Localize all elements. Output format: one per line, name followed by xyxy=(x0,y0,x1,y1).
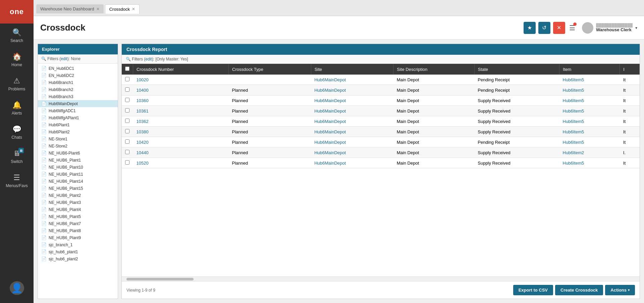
site-link[interactable]: Hub6MainDepot xyxy=(314,150,346,155)
sidebar-item-chats[interactable]: 💬 Chats xyxy=(0,120,34,144)
tree-item[interactable]: 📄Hub6Plant1 xyxy=(38,121,118,128)
tree-item[interactable]: 📄NE_HUB6_Plant7 xyxy=(38,220,118,227)
site-link[interactable]: Hub6MainDepot xyxy=(314,119,346,124)
tree-item[interactable]: 📄sjc_hub6_plant1 xyxy=(38,248,118,255)
crossdock-number-link[interactable]: 10020 xyxy=(137,77,149,82)
tree-item[interactable]: 📄EN_Hub6DC1 xyxy=(38,65,118,72)
tree-item[interactable]: 📄NE-Store2 xyxy=(38,142,118,149)
site-link[interactable]: Hub6MainDepot xyxy=(314,140,346,145)
sidebar-item-home[interactable]: 🏠 Home xyxy=(0,48,34,72)
row-checkbox[interactable] xyxy=(125,98,129,102)
tree-item[interactable]: 📄Hub6Branch3 xyxy=(38,93,118,100)
site-link[interactable]: Hub6MainDepot xyxy=(314,109,346,114)
tree-item[interactable]: 📄NE_HUB6_Plant10 xyxy=(38,164,118,171)
tree-item[interactable]: 📄Hub6Plant2 xyxy=(38,128,118,135)
tree-item[interactable]: 📄NE_HUB6_Plant14 xyxy=(38,178,118,185)
row-checkbox[interactable] xyxy=(125,77,129,81)
tab-crossdock[interactable]: Crossdock ✕ xyxy=(105,4,140,14)
header-menu-button[interactable]: ☰ xyxy=(568,23,577,33)
site-link[interactable]: Hub6MainDepot xyxy=(314,129,346,134)
site-link[interactable]: Hub6MainDepot xyxy=(314,77,346,82)
sidebar-item-profile[interactable]: 👤 xyxy=(0,276,34,300)
site-link[interactable]: Hub6MainDepot xyxy=(314,88,346,93)
crossdock-number-link[interactable]: 10380 xyxy=(137,129,149,134)
table-row[interactable]: 10520 Planned Hub6MainDepot Main Depot S… xyxy=(122,158,640,168)
item-link[interactable]: Hub6Item5 xyxy=(563,161,584,166)
tree-item[interactable]: 📄NE-Store1 xyxy=(38,135,118,142)
actions-button[interactable]: Actions ▾ xyxy=(605,285,635,295)
row-checkbox[interactable] xyxy=(125,119,129,123)
tree-item-selected[interactable]: 📄Hub6MainDepot xyxy=(38,100,118,107)
item-link[interactable]: Hub6Item5 xyxy=(563,129,584,134)
tree-item[interactable]: 📄NE_HUB6_Plant8 xyxy=(38,227,118,234)
tree-item[interactable]: 📄Hub6Branch1 xyxy=(38,79,118,86)
table-row[interactable]: 10361 Planned Hub6MainDepot Main Depot S… xyxy=(122,106,640,116)
sidebar-item-switch[interactable]: 🖥 ▦ Switch xyxy=(0,144,34,169)
site-link[interactable]: Hub6MainDepot xyxy=(314,161,346,166)
row-checkbox[interactable] xyxy=(125,139,129,144)
tree-item[interactable]: 📄NE_HUB6_Plant4 xyxy=(38,206,118,213)
app-logo[interactable]: one xyxy=(0,0,34,24)
crossdock-number-link[interactable]: 10400 xyxy=(137,88,149,93)
item-link[interactable]: Hub6Item5 xyxy=(563,119,584,124)
close-button[interactable]: ✕ xyxy=(553,22,565,34)
crossdock-number-link[interactable]: 10440 xyxy=(137,150,149,155)
table-row[interactable]: 10420 Planned Hub6MainDepot Main Depot P… xyxy=(122,137,640,147)
report-filters-edit-link[interactable]: edit xyxy=(145,57,152,61)
item-link[interactable]: Hub6Item5 xyxy=(563,88,584,93)
row-checkbox[interactable] xyxy=(125,87,129,92)
table-row[interactable]: 10360 Planned Hub6MainDepot Main Depot S… xyxy=(122,95,640,106)
sidebar-item-search[interactable]: 🔍 Search xyxy=(0,24,34,48)
tab-dashboard-close[interactable]: ✕ xyxy=(96,7,100,11)
crossdock-number-link[interactable]: 10362 xyxy=(137,119,149,124)
crossdock-number-link[interactable]: 10420 xyxy=(137,140,149,145)
row-checkbox[interactable] xyxy=(125,129,129,133)
favorite-button[interactable]: ★ xyxy=(524,22,536,34)
table-row[interactable]: 10400 Planned Hub6MainDepot Main Depot P… xyxy=(122,85,640,95)
horizontal-scroll[interactable] xyxy=(122,276,640,281)
item-link[interactable]: Hub6Item5 xyxy=(563,109,584,114)
sidebar-item-problems[interactable]: ⚠ Problems xyxy=(0,72,34,96)
tree-item[interactable]: 📄NE_HUB6_Plant1 xyxy=(38,157,118,164)
tree-item[interactable]: 📄NE_HUB6-Plant6 xyxy=(38,149,118,157)
table-row[interactable]: 10440 Planned Hub6MainDepot Main Depot S… xyxy=(122,147,640,158)
tree-item[interactable]: 📄NE_HUB6_Plant5 xyxy=(38,213,118,220)
crossdock-number-link[interactable]: 10361 xyxy=(137,109,149,114)
table-row[interactable]: 10020 Hub6MainDepot Main Depot Pending R… xyxy=(122,75,640,85)
table-row[interactable]: 10362 Planned Hub6MainDepot Main Depot S… xyxy=(122,116,640,127)
user-dropdown-arrow[interactable]: ▾ xyxy=(635,26,637,30)
crossdock-number-link[interactable]: 10360 xyxy=(137,98,149,103)
sidebar-item-alerts[interactable]: 🔔 Alerts xyxy=(0,96,34,120)
table-row[interactable]: 10380 Planned Hub6MainDepot Main Depot S… xyxy=(122,127,640,137)
create-crossdock-button[interactable]: Create Crossdock xyxy=(555,285,603,295)
refresh-button[interactable]: ↺ xyxy=(538,22,550,34)
tree-item[interactable]: 📄NE_HUB6_Plant3 xyxy=(38,199,118,206)
tree-item[interactable]: 📄sjc_hub6_plant2 xyxy=(38,255,118,262)
site-link[interactable]: Hub6MainDepot xyxy=(314,98,346,103)
row-checkbox[interactable] xyxy=(125,150,129,154)
tab-crossdock-close[interactable]: ✕ xyxy=(132,7,135,11)
item-link[interactable]: Hub6Item5 xyxy=(563,77,584,82)
tree-item[interactable]: 📄sjc_branch_1 xyxy=(38,241,118,248)
tab-dashboard[interactable]: Warehouse Neo Dashboard ✕ xyxy=(36,4,104,13)
tree-item[interactable]: 📄Hub6MfgADC1 xyxy=(38,107,118,114)
tree-item[interactable]: 📄NE_HUB6_Plant11 xyxy=(38,171,118,178)
sidebar-item-menus[interactable]: ☰ Menus/Favs xyxy=(0,169,34,193)
row-checkbox[interactable] xyxy=(125,160,129,165)
tree-item[interactable]: 📄Hub6Branch2 xyxy=(38,86,118,93)
row-checkbox[interactable] xyxy=(125,108,129,113)
export-csv-button[interactable]: Export to CSV xyxy=(513,285,553,295)
item-link[interactable]: Hub6Item5 xyxy=(563,98,584,103)
tree-item[interactable]: 📄EN_Hub6DC2 xyxy=(38,72,118,79)
item-link[interactable]: Hub6Item2 xyxy=(563,150,584,155)
tree-item[interactable]: 📄NE_HUB6_Plant15 xyxy=(38,185,118,192)
crossdock-number-link[interactable]: 10520 xyxy=(137,161,149,166)
item-link[interactable]: Hub6Item5 xyxy=(563,140,584,145)
filters-edit-link[interactable]: edit xyxy=(61,56,67,61)
select-all-checkbox[interactable] xyxy=(125,67,129,71)
tree-item[interactable]: 📄NE_HUB6_Plant9 xyxy=(38,234,118,241)
doc-icon: 📄 xyxy=(41,214,47,219)
tree-item[interactable]: 📄Hub6MfgAPlant1 xyxy=(38,114,118,121)
tree-item[interactable]: 📄NE_HUB6_Plant2 xyxy=(38,192,118,199)
scroll-thumb[interactable] xyxy=(126,278,194,280)
